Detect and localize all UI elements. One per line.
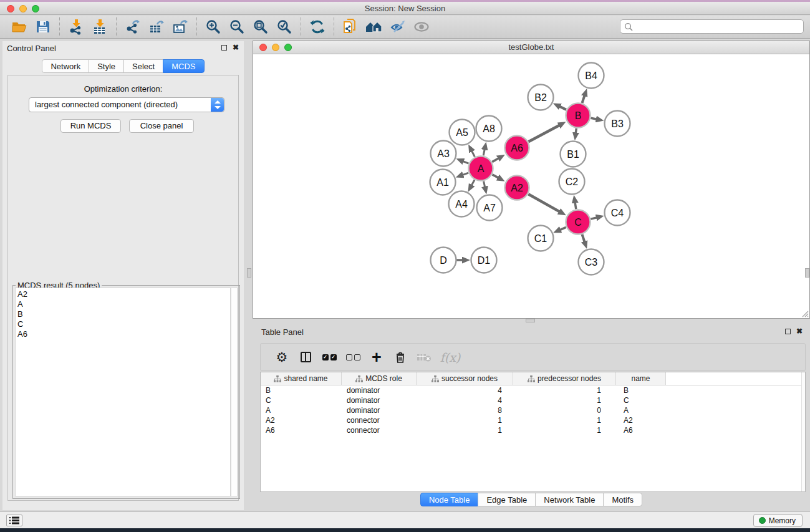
- table-cell: dominator: [342, 395, 417, 405]
- show-graphics-details-eye-icon[interactable]: [410, 17, 433, 37]
- window-resize-grip[interactable]: [800, 309, 809, 317]
- select-all-columns-icon[interactable]: ✓✓: [317, 354, 341, 360]
- table-row[interactable]: A6connector11A6: [261, 425, 805, 435]
- graph-edge-A-A5[interactable]: [471, 150, 475, 157]
- graph-edge-A-A8[interactable]: [483, 148, 485, 155]
- float-panel-icon[interactable]: [221, 45, 227, 51]
- graph-edge-A-A7[interactable]: [484, 181, 486, 188]
- search-icon: [624, 22, 634, 32]
- tab-mcds[interactable]: MCDS: [163, 59, 204, 73]
- network-window-titlebar[interactable]: testGlobe.txt: [253, 41, 809, 54]
- zoom-selected-icon[interactable]: [272, 17, 296, 37]
- tab-network[interactable]: Network: [42, 59, 89, 73]
- memory-status-dot: [759, 517, 766, 524]
- save-session-icon[interactable]: [31, 17, 55, 37]
- graph-node-label-A: A: [478, 163, 485, 174]
- column-header-successor-nodes[interactable]: successor nodes: [417, 372, 513, 385]
- graph-edge-B-B1[interactable]: [576, 128, 576, 134]
- table-settings-gear-icon[interactable]: ⚙: [270, 351, 294, 364]
- table-row[interactable]: Adominator80A: [261, 405, 805, 415]
- table-tab-node-table[interactable]: Node Table: [420, 493, 479, 506]
- add-column-icon[interactable]: +: [365, 351, 388, 364]
- table-tab-edge-table[interactable]: Edge Table: [478, 493, 536, 506]
- graph-node-label-A2: A2: [511, 183, 523, 193]
- delete-table-icon-disabled: [412, 352, 436, 362]
- graph-edge-A-A6[interactable]: [492, 158, 499, 162]
- control-panel-tabs: NetworkStyleSelectMCDS: [2, 59, 244, 73]
- delete-column-trash-icon[interactable]: [388, 351, 412, 364]
- import-network-icon[interactable]: [64, 17, 88, 37]
- hide-graphics-details-icon[interactable]: [386, 17, 410, 37]
- open-file-icon[interactable]: [7, 17, 31, 37]
- graph-edge-B-B2[interactable]: [559, 106, 566, 110]
- export-image-icon[interactable]: [168, 17, 192, 37]
- table-body: Bdominator41BCdominator41CAdominator80AA…: [261, 385, 805, 435]
- table-row[interactable]: A2connector11A2: [261, 415, 805, 425]
- bottom-splitter-handle[interactable]: [526, 319, 535, 322]
- table-row[interactable]: Bdominator41B: [261, 385, 805, 395]
- run-mcds-button[interactable]: Run MCDS: [60, 119, 121, 133]
- table-tab-network-table[interactable]: Network Table: [535, 493, 604, 506]
- zoom-out-icon[interactable]: [225, 17, 249, 37]
- mcds-list-scrollbar[interactable]: [231, 288, 238, 496]
- import-table-icon[interactable]: [88, 17, 112, 37]
- show-task-history-button[interactable]: [6, 515, 22, 526]
- column-header-shared-name[interactable]: shared name: [261, 372, 342, 385]
- optimization-criterion-select[interactable]: largest connected component (directed): [29, 97, 224, 112]
- table-cell: A2: [616, 415, 666, 425]
- graph-edge-C-C4[interactable]: [591, 217, 597, 219]
- column-header-MCDS-role[interactable]: MCDS role: [342, 372, 417, 385]
- close-table-panel-icon[interactable]: ✖: [796, 328, 803, 334]
- column-header-name[interactable]: name: [616, 372, 666, 385]
- deselect-all-columns-icon[interactable]: [341, 354, 365, 360]
- graph-edge-A-A3[interactable]: [462, 161, 469, 163]
- close-panel-button[interactable]: Close panel: [129, 119, 194, 133]
- table-scrollbar[interactable]: [801, 372, 805, 491]
- zoom-fit-icon[interactable]: [249, 17, 272, 37]
- tab-style[interactable]: Style: [89, 59, 124, 73]
- close-panel-icon[interactable]: ✖: [233, 44, 239, 51]
- table-cell: dominator: [342, 405, 417, 415]
- search-field[interactable]: [620, 19, 804, 34]
- refresh-icon[interactable]: [306, 17, 329, 37]
- right-splitter-handle[interactable]: [805, 268, 809, 278]
- graph-edge-A-A4[interactable]: [471, 180, 475, 186]
- tab-select[interactable]: Select: [123, 59, 163, 73]
- column-browser-icon[interactable]: [294, 352, 317, 362]
- first-neighbors-houses-icon[interactable]: [362, 17, 386, 37]
- graph-edge-C-C2[interactable]: [575, 201, 576, 210]
- graph-edge-B-B4[interactable]: [582, 94, 585, 103]
- mcds-result-item[interactable]: A2: [17, 289, 230, 299]
- memory-button[interactable]: Memory: [753, 514, 803, 527]
- mcds-result-item[interactable]: A: [17, 299, 230, 309]
- table-row[interactable]: Cdominator41C: [261, 395, 805, 405]
- left-splitter-handle[interactable]: [247, 268, 251, 278]
- mcds-result-item[interactable]: B: [17, 309, 230, 319]
- graph-edge-A6-B[interactable]: [529, 125, 561, 142]
- table-tab-motifs[interactable]: Motifs: [603, 493, 642, 506]
- control-panel-title: Control Panel: [7, 44, 56, 53]
- graph-edge-C-C1[interactable]: [559, 227, 566, 230]
- graph-edge-A2-C[interactable]: [528, 194, 561, 212]
- graph-edge-A-A2[interactable]: [493, 175, 499, 178]
- graph-node-label-B4: B4: [585, 70, 597, 81]
- create-network-from-selection-icon[interactable]: [339, 17, 362, 37]
- table-cell: 4: [417, 395, 513, 405]
- graph-node-label-A1: A1: [436, 177, 449, 188]
- export-network-icon[interactable]: [121, 17, 145, 37]
- column-header-predecessor-nodes[interactable]: predecessor nodes: [513, 372, 616, 385]
- mcds-result-item[interactable]: A6: [17, 329, 230, 339]
- graph-edge-A-A1[interactable]: [461, 173, 468, 175]
- toolbar-separator: [59, 17, 60, 36]
- table-cell: 1: [513, 425, 616, 435]
- search-input[interactable]: [635, 21, 800, 32]
- graph-edge-C-C3[interactable]: [582, 235, 585, 243]
- network-graph-canvas[interactable]: AA1A2A3A4A5A6A7A8BB1B2B3B4CC1C2C3C4DD1: [253, 54, 809, 318]
- mcds-result-item[interactable]: C: [17, 319, 230, 329]
- zoom-in-icon[interactable]: [201, 17, 225, 37]
- control-panel: Control Panel ✖ NetworkStyleSelectMCDS O…: [2, 41, 244, 510]
- graph-edge-B-B3[interactable]: [591, 118, 598, 119]
- export-table-icon[interactable]: [145, 17, 168, 37]
- table-cell: dominator: [342, 385, 417, 395]
- float-table-panel-icon[interactable]: [785, 329, 791, 334]
